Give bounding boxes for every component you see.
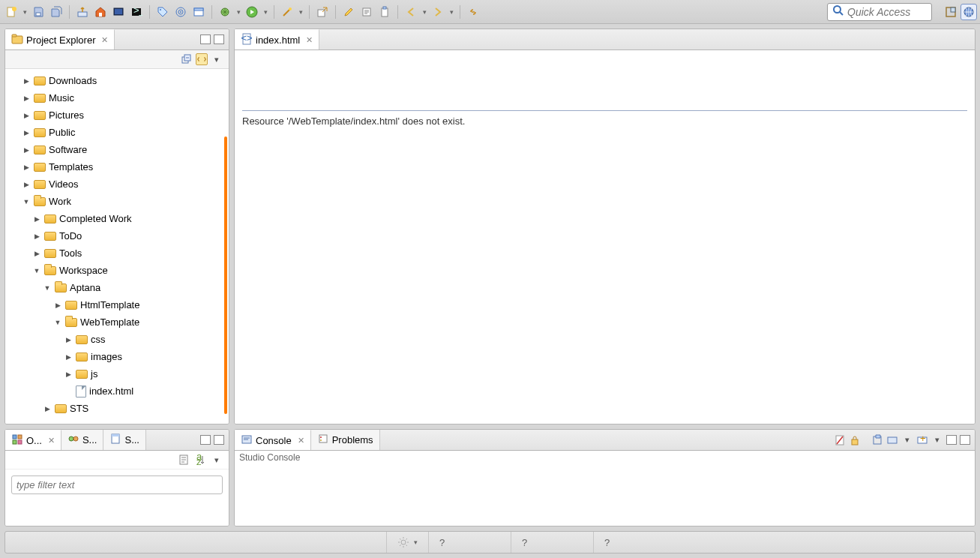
file-item[interactable]: index.html <box>5 382 229 400</box>
maximize-icon[interactable] <box>214 435 224 445</box>
highlighter-icon[interactable] <box>340 4 357 20</box>
close-icon[interactable]: ✕ <box>306 35 313 45</box>
disclosure-triangle-icon[interactable]: ▶ <box>22 112 31 119</box>
pin-console-icon[interactable] <box>871 434 883 446</box>
editor-tab[interactable]: <> index.html ✕ <box>235 29 319 50</box>
chevron-down-icon[interactable]: ▾ <box>235 8 242 16</box>
disclosure-triangle-icon[interactable]: ▼ <box>32 267 41 274</box>
scroll-lock-icon[interactable] <box>849 434 861 446</box>
sort-icon[interactable]: az <box>194 454 206 466</box>
chevron-down-icon[interactable]: ▾ <box>262 8 269 16</box>
forward-icon[interactable] <box>430 4 446 20</box>
external-icon[interactable] <box>314 4 331 20</box>
problems-tab[interactable]: Problems <box>311 430 380 450</box>
home-icon[interactable] <box>92 4 109 20</box>
console-tab[interactable]: Console✕ <box>235 430 311 450</box>
wand-icon[interactable] <box>279 4 295 20</box>
folder-item[interactable]: ▼WebTemplate <box>5 314 229 331</box>
back-icon[interactable] <box>403 4 419 20</box>
view-tab[interactable]: S... <box>61 430 104 450</box>
folder-item[interactable]: ▶STS <box>5 400 229 417</box>
folder-item[interactable]: ▶css <box>5 331 229 348</box>
tag-icon[interactable] <box>154 4 171 20</box>
folder-item[interactable]: ▶HtmlTemplate <box>5 296 229 314</box>
disclosure-triangle-icon[interactable]: ▶ <box>64 353 73 361</box>
disclosure-triangle-icon[interactable]: ▼ <box>22 198 31 206</box>
folder-item[interactable]: ▶images <box>5 348 229 365</box>
chevron-down-icon[interactable]: ▾ <box>21 8 28 16</box>
folder-item[interactable]: ▶Tools <box>5 244 229 262</box>
display-selected-icon[interactable] <box>886 434 898 446</box>
disclosure-triangle-icon[interactable]: ▶ <box>32 232 41 240</box>
quick-access-box[interactable] <box>827 3 932 21</box>
disclosure-triangle-icon[interactable]: ▶ <box>22 164 31 171</box>
link-icon[interactable] <box>465 4 481 20</box>
document-icon[interactable] <box>178 454 190 466</box>
maximize-icon[interactable] <box>214 34 224 44</box>
folder-item[interactable]: ▶Downloads <box>5 72 229 89</box>
monitor-icon[interactable] <box>110 4 127 20</box>
minimize-icon[interactable] <box>946 435 957 445</box>
view-tab[interactable]: S... <box>103 430 146 450</box>
paste-icon[interactable] <box>376 4 393 20</box>
open-perspective-icon[interactable] <box>943 4 959 20</box>
link-editor-icon[interactable] <box>196 53 208 65</box>
chevron-down-icon[interactable]: ▾ <box>931 434 943 446</box>
view-menu-icon[interactable]: ▾ <box>211 53 223 65</box>
run-icon[interactable] <box>244 4 260 20</box>
disclosure-triangle-icon[interactable]: ▼ <box>53 319 62 326</box>
folder-item[interactable]: ▼Work <box>5 193 229 210</box>
view-menu-icon[interactable]: ▾ <box>211 454 223 466</box>
chevron-down-icon[interactable]: ▾ <box>901 434 913 446</box>
save-icon[interactable] <box>30 4 46 20</box>
maximize-icon[interactable] <box>960 435 970 445</box>
disclosure-triangle-icon[interactable]: ▶ <box>22 129 31 136</box>
minimize-icon[interactable] <box>200 34 211 44</box>
filter-input[interactable] <box>11 476 223 494</box>
disclosure-triangle-icon[interactable]: ▶ <box>64 336 73 344</box>
folder-item[interactable]: ▼Workspace <box>5 262 229 279</box>
chevron-down-icon[interactable]: ▾ <box>448 8 455 16</box>
save-all-icon[interactable] <box>48 4 64 20</box>
view-tab[interactable]: O...✕ <box>5 430 61 450</box>
terminal-icon[interactable]: >_ <box>128 4 145 20</box>
folder-item[interactable]: ▶Software <box>5 141 229 158</box>
folder-item[interactable]: ▶Music <box>5 89 229 106</box>
publish-icon[interactable] <box>74 4 91 20</box>
chevron-down-icon[interactable]: ▾ <box>421 8 428 16</box>
folder-item[interactable]: ▼Aptana <box>5 279 229 296</box>
disclosure-triangle-icon[interactable]: ▼ <box>43 284 52 292</box>
disclosure-triangle-icon[interactable]: ▶ <box>22 146 31 154</box>
folder-item[interactable]: ▶js <box>5 365 229 382</box>
status-gear[interactable]: ▾ <box>386 532 428 553</box>
minimize-icon[interactable] <box>200 435 211 445</box>
project-explorer-tab[interactable]: Project Explorer ✕ <box>5 29 115 50</box>
window-icon[interactable] <box>190 4 207 20</box>
open-console-icon[interactable]: + <box>916 434 928 446</box>
chevron-down-icon[interactable]: ▾ <box>297 8 304 16</box>
folder-item[interactable]: ▶Templates <box>5 158 229 176</box>
debug-icon[interactable] <box>217 4 233 20</box>
folder-item[interactable]: ▶Public <box>5 124 229 141</box>
disclosure-triangle-icon[interactable]: ▶ <box>53 302 62 309</box>
close-icon[interactable]: ✕ <box>48 436 55 446</box>
edit-icon[interactable] <box>358 4 375 20</box>
disclosure-triangle-icon[interactable]: ▶ <box>43 405 52 412</box>
disclosure-triangle-icon[interactable]: ▶ <box>32 250 41 257</box>
quick-access-input[interactable] <box>847 6 927 18</box>
file-tree[interactable]: ▶Downloads▶Music▶Pictures▶Public▶Softwar… <box>5 69 229 424</box>
disclosure-triangle-icon[interactable]: ▶ <box>32 215 41 223</box>
disclosure-triangle-icon[interactable]: ▶ <box>22 94 31 102</box>
target-icon[interactable] <box>172 4 189 20</box>
close-icon[interactable]: ✕ <box>101 35 108 45</box>
folder-item[interactable]: ▶Pictures <box>5 106 229 124</box>
folder-item[interactable]: ▶Completed Work <box>5 210 229 227</box>
folder-item[interactable]: ▶ToDo <box>5 227 229 244</box>
new-icon[interactable] <box>3 4 19 20</box>
clear-console-icon[interactable] <box>834 434 846 446</box>
disclosure-triangle-icon[interactable]: ▶ <box>64 370 73 378</box>
disclosure-triangle-icon[interactable]: ▶ <box>22 77 31 85</box>
folder-item[interactable]: ▶Videos <box>5 176 229 193</box>
collapse-all-icon[interactable] <box>181 53 193 65</box>
close-icon[interactable]: ✕ <box>298 436 304 446</box>
